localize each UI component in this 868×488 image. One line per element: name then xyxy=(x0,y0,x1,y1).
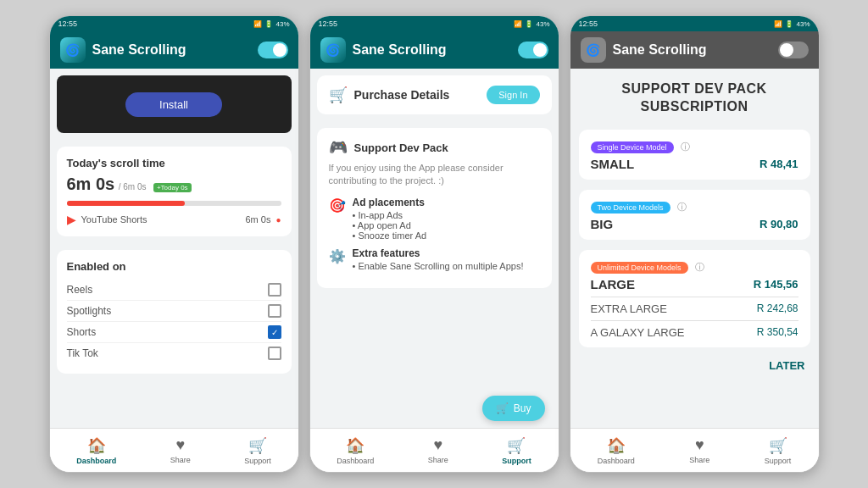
dashboard-label-2: Dashboard xyxy=(337,457,374,465)
app-header-1: 🌀 Sane Scrolling xyxy=(50,31,298,69)
app-logo-1: 🌀 xyxy=(60,37,86,63)
support-header: 🎮 Support Dev Pack xyxy=(329,138,540,157)
dashboard-label-3: Dashboard xyxy=(598,457,635,465)
phone-screen-2: 12:55 📶 🔋 43% 🌀 Sane Scrolling 🛒 Purchas… xyxy=(309,15,559,473)
nav-support-3[interactable]: 🛒 Support xyxy=(758,433,798,469)
checkbox-tiktok[interactable] xyxy=(268,347,281,360)
plan-big-row: BIG R 90,80 xyxy=(591,217,798,231)
share-icon-3: ♥ xyxy=(695,436,704,454)
dashboard-icon-1: 🏠 xyxy=(87,436,106,455)
ad-content: Ad placements • In-app Ads • App open Ad… xyxy=(353,197,427,241)
scroll-time-sub: / 6m 0s xyxy=(119,182,147,191)
plan-galaxy-large-price: R 350,54 xyxy=(757,326,798,338)
buy-label: Buy xyxy=(514,402,531,414)
plan-extra-large-price: R 242,68 xyxy=(757,302,798,314)
plan-small-card[interactable]: Single Device Model ⓘ SMALL R 48,41 xyxy=(579,130,810,180)
plan-galaxy-large-name: A GALAXY LARGE xyxy=(591,326,685,339)
app-title-3: Sane Scrolling xyxy=(613,42,771,58)
plan-small-name: SMALL xyxy=(591,157,635,171)
app-toggle-2[interactable] xyxy=(518,42,548,58)
nav-support-1[interactable]: 🛒 Support xyxy=(237,433,278,469)
nav-dashboard-3[interactable]: 🏠 Dashboard xyxy=(591,433,642,469)
ad-item-3: • Snooze timer Ad xyxy=(353,230,427,241)
plan-large-card[interactable]: Unlimited Device Models ⓘ LARGE R 145,56… xyxy=(579,250,810,347)
toggle-knob-3 xyxy=(780,43,793,57)
enabled-label-shorts: Shorts xyxy=(67,326,97,338)
plan-small-info-icon: ⓘ xyxy=(681,141,690,152)
app-name-yt: YouTube Shorts xyxy=(81,214,241,225)
app-dot: ● xyxy=(275,215,281,225)
enabled-row-reels: Reels xyxy=(67,280,281,301)
plan-extra-large-row: EXTRA LARGE R 242,68 xyxy=(591,302,798,315)
nav-share-1[interactable]: ♥ Share xyxy=(164,433,198,468)
purchase-details-card: 🛒 Purchase Details Sign In xyxy=(317,75,552,114)
install-button[interactable]: Install xyxy=(125,92,222,117)
dashboard-icon-3: 🏠 xyxy=(607,436,626,455)
checkbox-spotlights[interactable] xyxy=(268,304,281,318)
ad-item-2: • App open Ad xyxy=(353,220,427,230)
app-toggle-3[interactable] xyxy=(778,42,809,58)
share-label-1: Share xyxy=(170,456,191,464)
bottom-nav-3: 🏠 Dashboard ♥ Share 🛒 Support xyxy=(570,428,819,472)
nav-dashboard-2[interactable]: 🏠 Dashboard xyxy=(330,433,381,469)
extra-item-1: • Enable Sane Scrolling on multiple Apps… xyxy=(353,261,524,271)
app-title-1: Sane Scrolling xyxy=(92,42,251,58)
progress-bar-bg xyxy=(67,201,281,206)
enabled-row-tiktok: Tik Tok xyxy=(67,343,281,363)
enabled-label-reels: Reels xyxy=(67,284,93,296)
youtube-shorts-row: ▶ YouTube Shorts 6m 0s ● xyxy=(67,213,281,226)
subscription-title: SUPPORT DEV PACK SUBSCRIPTION xyxy=(570,69,819,125)
share-label-3: Share xyxy=(689,456,709,464)
extra-icon: ⚙️ xyxy=(329,248,346,264)
status-time-3: 12:55 xyxy=(579,19,598,28)
scroll-time-badge: +Today 0s xyxy=(153,183,192,192)
dashboard-icon-2: 🏠 xyxy=(346,436,364,455)
checkbox-reels[interactable] xyxy=(268,283,281,297)
plan-big-name: BIG xyxy=(591,217,614,231)
app-header-2: 🌀 Sane Scrolling xyxy=(310,31,559,69)
support-dev-pack-card: 🎮 Support Dev Pack If you enjoy using th… xyxy=(317,128,552,288)
ad-title: Ad placements xyxy=(353,197,427,208)
app-logo-3: 🌀 xyxy=(581,37,606,63)
scroll-time-card: Today's scroll time 6m 0s / 6m 0s +Today… xyxy=(57,147,292,236)
app-title-2: Sane Scrolling xyxy=(353,42,511,58)
install-banner: Install xyxy=(57,75,292,133)
buy-fab-container: 🛒 Buy xyxy=(482,396,545,421)
ad-placements-row: 🎯 Ad placements • In-app Ads • App open … xyxy=(329,197,540,241)
extra-title: Extra features xyxy=(353,247,524,259)
plan-big-card[interactable]: Two Device Models ⓘ BIG R 90,80 xyxy=(579,190,810,240)
plan-small-badge: Single Device Model xyxy=(591,141,674,153)
support-label-3: Support xyxy=(765,457,792,465)
app-toggle-1[interactable] xyxy=(258,42,288,58)
youtube-icon: ▶ xyxy=(67,213,76,226)
support-icon-1: 🛒 xyxy=(248,436,267,455)
checkbox-shorts[interactable]: ✓ xyxy=(268,325,281,339)
status-icons-3: 📶 🔋 43% xyxy=(774,20,810,28)
share-label-2: Share xyxy=(428,456,448,464)
screen-content-1: Install Today's scroll time 6m 0s / 6m 0… xyxy=(50,69,298,428)
plan-large-row: LARGE R 145,56 xyxy=(591,277,798,291)
later-button[interactable]: LATER xyxy=(570,352,819,375)
app-logo-2: 🌀 xyxy=(320,37,346,63)
scroll-time-value: 6m 0s xyxy=(67,175,115,193)
nav-support-2[interactable]: 🛒 Support xyxy=(495,433,538,469)
plan-big-badge: Two Device Models xyxy=(591,202,670,214)
support-label-1: Support xyxy=(244,457,271,465)
sign-in-button[interactable]: Sign In xyxy=(487,86,539,104)
support-icon-3: 🛒 xyxy=(769,436,787,455)
toggle-knob-1 xyxy=(273,43,287,57)
bottom-nav-2: 🏠 Dashboard ♥ Share 🛒 Support xyxy=(310,428,559,472)
nav-dashboard-1[interactable]: 🏠 Dashboard xyxy=(70,433,123,469)
ad-item-1: • In-app Ads xyxy=(353,210,427,220)
share-icon-1: ♥ xyxy=(175,436,185,454)
plan-large-badge: Unlimited Device Models xyxy=(591,262,688,274)
nav-share-3[interactable]: ♥ Share xyxy=(682,433,716,468)
extra-features-row: ⚙️ Extra features • Enable Sane Scrollin… xyxy=(329,247,540,271)
support-dev-icon: 🎮 xyxy=(329,138,348,157)
plan-divider-1 xyxy=(591,297,798,297)
cart-icon: 🛒 xyxy=(329,86,348,104)
enabled-card: Enabled on Reels Spotlights Shorts ✓ Tik… xyxy=(57,250,292,374)
nav-share-2[interactable]: ♥ Share xyxy=(421,433,455,468)
buy-button[interactable]: 🛒 Buy xyxy=(482,396,545,421)
screen-content-3: SUPPORT DEV PACK SUBSCRIPTION Single Dev… xyxy=(570,69,819,428)
